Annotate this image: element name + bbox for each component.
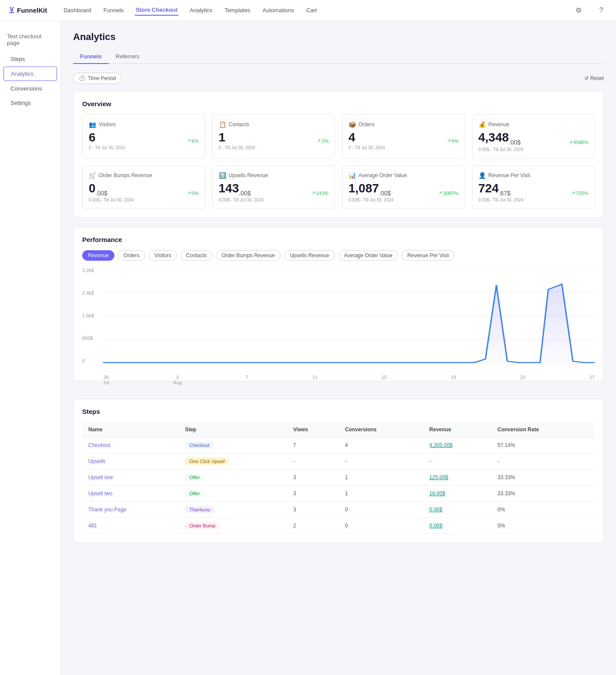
x-label-23: 23 bbox=[520, 375, 525, 385]
logo-icon: ⊻ bbox=[9, 6, 14, 15]
cell-name[interactable]: Thank you Page bbox=[82, 502, 179, 518]
rev-per-visit-icon: 👤 bbox=[479, 172, 486, 179]
revenue-period: 0.00$ - Till Jul 30, 2024 bbox=[479, 147, 589, 152]
table-row: Upsell one Offer 3 1 125.00$ 33.33% bbox=[82, 470, 595, 486]
reset-icon: ↺ bbox=[584, 75, 589, 81]
x-label-7: 7 bbox=[246, 375, 248, 385]
cell-revenue[interactable]: 125.00$ bbox=[423, 470, 492, 486]
perf-tab-order-bumps[interactable]: Order Bumps Revenue bbox=[216, 250, 281, 261]
reset-label: Reset bbox=[590, 75, 604, 81]
sidebar-item-analytics[interactable]: Analytics bbox=[3, 67, 57, 81]
cell-conversions: 0 bbox=[339, 502, 423, 518]
col-step: Step bbox=[179, 422, 287, 437]
tab-referrers[interactable]: Referrers bbox=[109, 50, 146, 64]
visitors-icon: 👥 bbox=[89, 121, 96, 128]
metric-order-bumps-revenue: 🛒 Order Bumps Revenue 0.00$ ↗ 0% 0.00$ -… bbox=[82, 165, 205, 209]
brand-logo[interactable]: ⊻ FunnelKit bbox=[9, 6, 47, 15]
sidebar-item-steps[interactable]: Steps bbox=[3, 52, 57, 66]
overview-title: Overview bbox=[82, 100, 595, 107]
time-period-label: Time Period bbox=[88, 75, 116, 81]
page-title: Analytics bbox=[73, 31, 604, 43]
avg-order-period: 0.00$ - Till Jul 30, 2024 bbox=[348, 198, 459, 202]
x-label-aug3: 3 Aug bbox=[173, 375, 182, 385]
cell-revenue[interactable]: 4,205.00$ bbox=[423, 437, 492, 453]
nav-analytics[interactable]: Analytics bbox=[189, 5, 213, 15]
analytics-toolbar: 🕐 Time Period ↺ Reset bbox=[73, 73, 604, 84]
metric-upsells-revenue: ⬆️ Upsells Revenue 143.00$ ↗ 143% 0.00$ … bbox=[212, 165, 335, 209]
sidebar-item-conversions[interactable]: Conversions bbox=[3, 82, 57, 95]
metric-avg-order-value: 📊 Average Order Value 1,087.00$ ↗ 1087% … bbox=[342, 165, 465, 209]
perf-tab-upsells[interactable]: Upsells Revenue bbox=[284, 250, 335, 261]
contacts-label: Contacts bbox=[229, 121, 249, 128]
steps-table-body: Checkout Checkout 7 4 4,205.00$ 57.14% U… bbox=[82, 437, 595, 534]
cell-name[interactable]: Checkout bbox=[82, 437, 179, 453]
y-label-3: 800$ bbox=[82, 336, 101, 341]
steps-title: Steps bbox=[82, 408, 595, 415]
table-row: Upsell two Offer 3 1 18.00$ 33.33% bbox=[82, 486, 595, 502]
perf-tab-orders[interactable]: Orders bbox=[118, 250, 145, 261]
cell-views: 7 bbox=[287, 437, 339, 453]
cell-revenue[interactable]: 18.00$ bbox=[423, 486, 492, 502]
upsells-label: Upsells Revenue bbox=[229, 172, 268, 178]
cell-revenue: - bbox=[423, 453, 492, 470]
rev-per-visit-value: 724.67$ bbox=[479, 182, 511, 196]
cell-conversions: 1 bbox=[339, 486, 423, 502]
metric-orders: 📦 Orders 4 ↗ 4% 0 - Till Jul 30, 2024 bbox=[342, 114, 465, 158]
y-label-2: 1.6k$ bbox=[82, 313, 101, 318]
contacts-value: 1 bbox=[219, 131, 226, 144]
cell-name[interactable]: Upsells bbox=[82, 453, 179, 470]
orders-icon: 📦 bbox=[348, 121, 356, 128]
visitors-change: ↗ 6% bbox=[187, 138, 199, 144]
cell-step: Offer bbox=[179, 470, 287, 486]
nav-automations[interactable]: Automations bbox=[261, 5, 295, 15]
cell-name[interactable]: Upsell two bbox=[82, 486, 179, 502]
nav-store-checkout[interactable]: Store Checkout bbox=[135, 5, 178, 16]
settings-icon-button[interactable]: ⚙ bbox=[572, 4, 585, 17]
cell-name[interactable]: 481 bbox=[82, 518, 179, 534]
steps-table-header: Name Step Views Conversions Revenue Conv… bbox=[82, 422, 595, 437]
cell-name[interactable]: Upsell one bbox=[82, 470, 179, 486]
chart-svg-area bbox=[103, 268, 595, 363]
col-conversion-rate: Conversion Rate bbox=[492, 422, 595, 437]
perf-tab-revenue[interactable]: Revenue bbox=[82, 250, 114, 261]
cell-revenue[interactable]: 0.00$ bbox=[423, 518, 492, 534]
top-navigation: ⊻ FunnelKit Dashboard Funnels Store Chec… bbox=[0, 0, 616, 21]
reset-button[interactable]: ↺ Reset bbox=[584, 75, 604, 81]
overview-grid: 👥 Visitors 6 ↗ 6% 0 - Till Jul 30, 2024 … bbox=[82, 114, 595, 209]
contacts-period: 0 - Till Jul 30, 2024 bbox=[219, 145, 329, 150]
nav-dashboard[interactable]: Dashboard bbox=[63, 5, 92, 15]
perf-tab-avg-order[interactable]: Average Order Value bbox=[338, 250, 398, 261]
contacts-change: ↗ 1% bbox=[317, 138, 328, 144]
page-tabs: Funnels Referrers bbox=[73, 50, 604, 64]
cell-conversions: - bbox=[339, 453, 423, 470]
table-row: Thank you Page Thankyou 3 0 0.00$ 0% bbox=[82, 502, 595, 518]
y-label-0: 3.2k$ bbox=[82, 268, 101, 273]
orders-value: 4 bbox=[348, 131, 355, 144]
performance-section: Performance Revenue Orders Visitors Cont… bbox=[73, 227, 604, 381]
x-label-27: 27 bbox=[589, 375, 595, 385]
cell-views: 3 bbox=[287, 502, 339, 518]
performance-tabs: Revenue Orders Visitors Contacts Order B… bbox=[82, 250, 595, 261]
time-period-button[interactable]: 🕐 Time Period bbox=[73, 73, 121, 84]
orders-label: Orders bbox=[358, 121, 375, 128]
perf-tab-contacts[interactable]: Contacts bbox=[181, 250, 212, 261]
order-bumps-change: ↗ 0% bbox=[187, 190, 199, 196]
visitors-label: Visitors bbox=[99, 121, 116, 128]
y-label-1: 2.4k$ bbox=[82, 290, 101, 296]
help-icon-button[interactable]: ? bbox=[595, 4, 607, 17]
table-row: 481 Order Bump 2 0 0.00$ 0% bbox=[82, 518, 595, 534]
x-label-11: 11 bbox=[312, 375, 318, 385]
avg-order-value: 1,087.00$ bbox=[348, 182, 391, 196]
nav-templates[interactable]: Templates bbox=[224, 5, 251, 15]
sidebar-item-settings[interactable]: Settings bbox=[3, 96, 57, 110]
cell-revenue[interactable]: 0.00$ bbox=[423, 502, 492, 518]
col-revenue: Revenue bbox=[423, 422, 492, 437]
tab-funnels[interactable]: Funnels bbox=[73, 50, 109, 64]
perf-tab-rev-per-visit[interactable]: Revenue Per Visit bbox=[402, 250, 455, 261]
nav-cart[interactable]: Cart bbox=[305, 5, 318, 15]
perf-tab-visitors[interactable]: Visitors bbox=[149, 250, 177, 261]
sidebar: Test checkout page Steps Analytics Conve… bbox=[0, 21, 61, 675]
revenue-change: ↗ 4348% bbox=[569, 140, 588, 145]
nav-funnels[interactable]: Funnels bbox=[103, 5, 124, 15]
col-conversions: Conversions bbox=[339, 422, 423, 437]
